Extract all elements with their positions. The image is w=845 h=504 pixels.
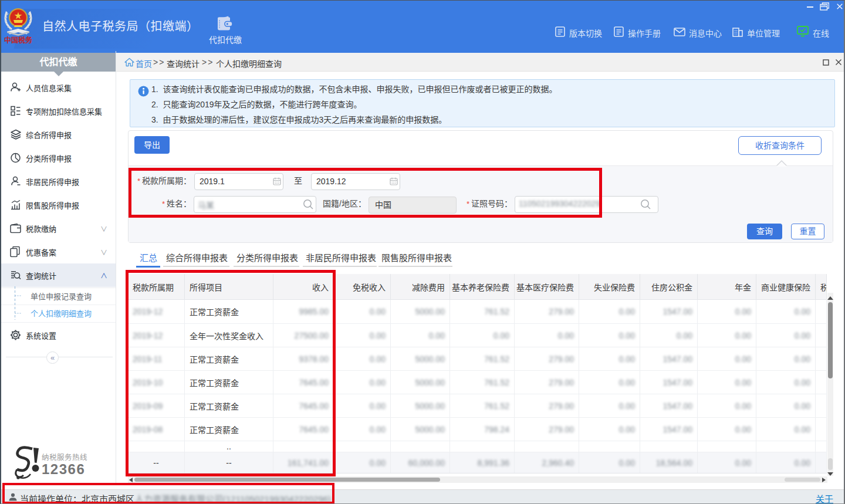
- svg-text:中国税务: 中国税务: [4, 36, 33, 44]
